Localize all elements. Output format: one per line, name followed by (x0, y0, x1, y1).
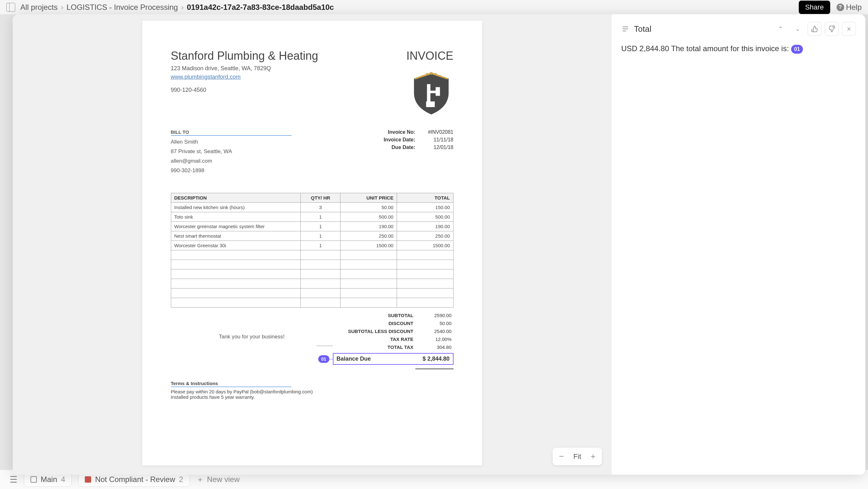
chevron-down-icon: ⌄ (795, 25, 800, 32)
invoice-date: 11/11/18 (425, 137, 454, 143)
balance-due-label: Balance Due (337, 356, 371, 362)
cell-total: 250.00 (397, 231, 453, 241)
tax-rate-label: TAX RATE (335, 336, 413, 342)
cell-qty: 3 (301, 203, 340, 212)
app-header: All projects › LOGISTICS - Invoice Proce… (0, 0, 868, 14)
discount-label: DISCOUNT (335, 320, 413, 326)
field-description: The total amount for this invoice is: (671, 44, 789, 53)
new-view-button[interactable]: ＋ New view (196, 475, 240, 485)
col-description: DESCRIPTION (171, 193, 301, 203)
bill-phone: 990-302-1898 (171, 167, 291, 174)
cell-total: 190.00 (397, 222, 453, 231)
svg-point-3 (434, 73, 437, 75)
due-date-label: Due Date: (377, 145, 415, 150)
sub-less-disc-value: 2540.00 (423, 329, 452, 334)
breadcrumb-current: 0191a42c-17a2-7a83-83ce-18daabd5a10c (187, 3, 334, 12)
cell-qty: 1 (301, 231, 340, 241)
company-logo (409, 69, 454, 117)
table-row: Worcester Greenstar 30i11500.001500.00 (171, 241, 453, 250)
cell-total: 500.00 (397, 212, 453, 222)
table-row: Worcester greenstar magnetic system filt… (171, 222, 453, 231)
table-row-empty (171, 250, 453, 260)
balance-due-value: $ 2,844.80 (423, 356, 450, 362)
close-button[interactable] (842, 22, 856, 36)
company-website[interactable]: www.plumbingstanford.com (171, 74, 241, 80)
layout-icon (30, 476, 37, 483)
help-icon: ? (837, 3, 844, 11)
cell-total: 1500.00 (397, 241, 453, 250)
tax-rate-value: 12.00% (423, 336, 452, 342)
cell-unit-price: 250.00 (340, 231, 397, 241)
cell-qty: 1 (301, 222, 340, 231)
col-qty: QTY/ HR (301, 193, 340, 203)
sidebar-toggle-icon[interactable] (6, 3, 15, 12)
cell-desc: Toto sink (171, 212, 301, 222)
table-row: Toto sink1500.00500.00 (171, 212, 453, 222)
due-date: 12/01/18 (425, 145, 454, 150)
prev-field-button[interactable]: ⌃ (773, 22, 787, 36)
thumbs-up-button[interactable] (808, 22, 822, 36)
cell-desc: Installed new kitchen sink (hours) (171, 203, 301, 212)
thumbs-down-button[interactable] (825, 22, 839, 36)
bill-to-label: BILL TO (171, 129, 291, 135)
svg-point-4 (439, 75, 440, 77)
sub-less-disc-label: SUBTOTAL LESS DISCOUNT (335, 329, 413, 334)
help-label: Help (846, 3, 862, 12)
close-icon (846, 26, 852, 32)
document-viewer[interactable]: Stanford Plumbing & Heating 123 Madison … (13, 14, 611, 475)
col-unit-price: UNIT PRICE (340, 193, 397, 203)
table-row-empty (171, 288, 453, 298)
svg-point-2 (430, 72, 432, 75)
invoice-title: INVOICE (406, 49, 453, 63)
terms-label: Terms & Instructions (171, 380, 218, 386)
discount-value: 50.00 (423, 320, 452, 326)
terms-line-1: Please pay within 20 days by PayPal (bob… (171, 389, 454, 394)
subtotal-label: SUBTOTAL (335, 313, 413, 318)
field-body: USD 2,844.80 The total amount for this i… (621, 43, 856, 54)
subtotal-value: 2590.00 (423, 313, 452, 318)
tab-main-count: 4 (61, 475, 65, 484)
field-detail-panel: Total ⌃ ⌄ (611, 14, 865, 475)
svg-point-0 (422, 75, 423, 77)
table-row: Nest smart thermostat1250.00250.00 (171, 231, 453, 241)
breadcrumb-project[interactable]: LOGISTICS - Invoice Processing (66, 3, 178, 12)
breadcrumb-root[interactable]: All projects (20, 3, 58, 12)
annotation-tag[interactable]: 01 (318, 355, 330, 363)
filter-icon[interactable]: ☰ (9, 475, 18, 485)
bill-address: 87 Private st, Seattle, WA (171, 148, 291, 155)
bill-email: allen@gmail.com (171, 158, 291, 164)
company-address: 123 Madison drive, Seattle, WA, 7829Q (171, 65, 318, 72)
balance-due-box[interactable]: 01 Balance Due $ 2,844.80 (333, 353, 454, 365)
invoice-no-label: Invoice No: (377, 129, 415, 135)
new-view-label: New view (207, 475, 240, 484)
table-row-empty (171, 270, 453, 279)
share-button[interactable]: Share (799, 1, 830, 14)
next-field-button[interactable]: ⌄ (790, 22, 804, 36)
invoice-no: #INV02081 (425, 129, 454, 135)
total-tax-label: TOTAL TAX (335, 344, 413, 350)
cell-unit-price: 50.00 (340, 203, 397, 212)
help-button[interactable]: ? Help (837, 3, 862, 12)
cell-total: 150.00 (397, 203, 453, 212)
terms-line-2: Installed products have 5 year warranty. (171, 394, 454, 400)
plus-icon: ＋ (196, 475, 204, 485)
cell-qty: 1 (301, 212, 340, 222)
bill-name: Allen Smith (171, 139, 291, 145)
zoom-out-button[interactable]: − (559, 452, 564, 461)
cell-desc: Nest smart thermostat (171, 231, 301, 241)
zoom-in-button[interactable]: + (591, 452, 595, 461)
company-name: Stanford Plumbing & Heating (171, 49, 318, 63)
tab-nc-label: Not Compliant - Review (95, 475, 175, 484)
zoom-level[interactable]: Fit (573, 453, 581, 461)
table-row-empty (171, 298, 453, 308)
breadcrumb: All projects › LOGISTICS - Invoice Proce… (20, 3, 334, 12)
cell-qty: 1 (301, 241, 340, 250)
chevron-right-icon: › (181, 3, 184, 12)
total-tax-value: 304.80 (423, 344, 452, 350)
field-title: Total (634, 24, 769, 34)
svg-point-1 (426, 73, 428, 75)
annotation-ref-tag[interactable]: 01 (791, 45, 803, 54)
cell-unit-price: 190.00 (340, 222, 397, 231)
invoice-date-label: Invoice Date: (377, 137, 415, 143)
field-value: USD 2,844.80 (621, 44, 669, 53)
